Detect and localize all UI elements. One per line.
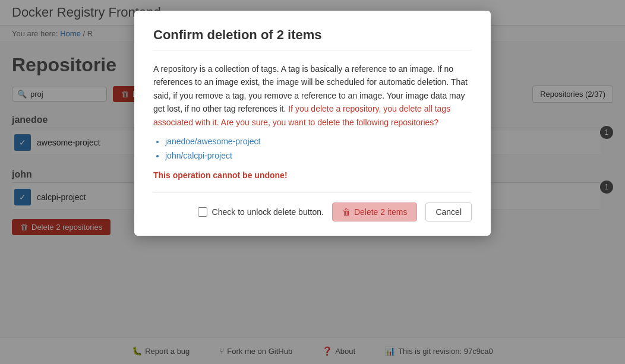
page-background: Docker Registry Frontend You are here: H… xyxy=(0,0,625,364)
modal-delete-warning-text: If you delete a repository, you delete a… xyxy=(153,104,450,126)
modal-body-text: A repository is a collection of tags. A … xyxy=(153,62,472,129)
delete-items-button[interactable]: 🗑 Delete 2 items xyxy=(332,202,417,221)
modal-items-list: janedoe/awesome-project john/calcpi-proj… xyxy=(165,135,472,163)
unlock-checkbox[interactable] xyxy=(198,207,207,217)
cancel-button[interactable]: Cancel xyxy=(425,202,472,221)
modal-undone-warning: This operation cannot be undone! xyxy=(153,169,472,182)
delete-items-label: Delete 2 items xyxy=(354,207,407,217)
unlock-label[interactable]: Check to unlock delete button. xyxy=(198,207,324,217)
modal-body: A repository is a collection of tags. A … xyxy=(153,62,472,182)
list-item: john/calcpi-project xyxy=(165,149,472,162)
modal-title: Confirm deletion of 2 items xyxy=(153,27,472,50)
trash-icon-modal: 🗑 xyxy=(342,207,351,217)
modal-dialog: Confirm deletion of 2 items A repository… xyxy=(134,11,491,236)
list-item: janedoe/awesome-project xyxy=(165,135,472,148)
modal-footer: Check to unlock delete button. 🗑 Delete … xyxy=(153,192,472,221)
modal-overlay: Confirm deletion of 2 items A repository… xyxy=(0,0,625,364)
unlock-label-text: Check to unlock delete button. xyxy=(212,207,324,217)
